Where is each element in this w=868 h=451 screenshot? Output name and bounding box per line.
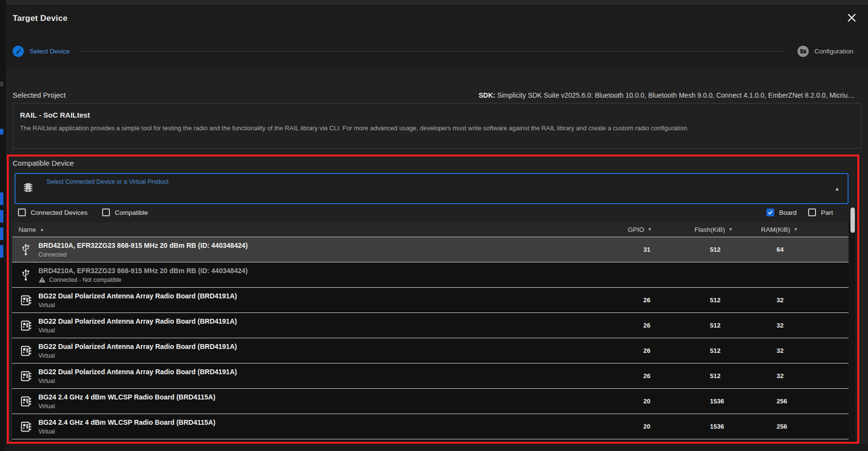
device-combobox[interactable]: Select Connected Device or a Virtual Pro… — [15, 173, 849, 204]
checkbox[interactable] — [766, 208, 774, 216]
device-status-text: Connected — [38, 251, 67, 258]
step-circle-active — [13, 46, 24, 57]
ram-value: 64 — [777, 246, 849, 253]
checkbox[interactable] — [808, 208, 816, 216]
filter-label: Part — [821, 209, 833, 216]
sort-desc-icon: ▼ — [728, 227, 733, 232]
filter-board[interactable]: Board — [766, 208, 797, 216]
device-name: BG24 2.4 GHz 4 dBm WLCSP Radio Board (BR… — [38, 418, 215, 426]
background-fragment — [0, 210, 3, 223]
ram-value: 256 — [777, 398, 849, 405]
background-app-sliver — [0, 0, 6, 451]
ram-value: 32 — [777, 296, 849, 304]
flash-value: 1536 — [710, 398, 777, 405]
board-icon — [15, 396, 36, 407]
device-name: BG22 Dual Polarized Antenna Array Radio … — [38, 368, 237, 376]
step-label: Select Device — [30, 48, 70, 55]
device-name: BRD4210A, EFR32ZG23 868-915 MHz 20 dBm R… — [38, 242, 248, 249]
table-row[interactable]: BRD4210A, EFR32ZG23 868-915 MHz 20 dBm R… — [12, 237, 849, 262]
usb-icon — [15, 243, 36, 256]
device-name-cell: BRD4210A, EFR32ZG23 868-915 MHz 20 dBm R… — [12, 242, 643, 258]
screen: Target Device Select Device — [0, 0, 868, 451]
device-status-text: Virtual — [38, 327, 55, 334]
table-row[interactable]: BG24 2.4 GHz 4 dBm WLCSP Radio Board (BR… — [12, 389, 849, 414]
flash-value: 1536 — [710, 423, 777, 430]
device-status-text: Virtual — [38, 378, 55, 384]
sort-desc-icon: ▼ — [648, 227, 652, 232]
step-select-device[interactable]: Select Device — [13, 46, 70, 57]
gpio-value: 26 — [643, 347, 710, 354]
column-header-ram[interactable]: RAM(KiB) ▼ — [761, 226, 849, 233]
compatible-device-label: Compatible Device — [13, 159, 74, 167]
board-icon — [15, 346, 36, 356]
sdk-value: Simplicity SDK Suite v2025.6.0: Bluetoot… — [497, 91, 854, 99]
selected-project-row: Selected Project SDK: Simplicity SDK Sui… — [13, 91, 854, 99]
board-icon — [15, 295, 36, 306]
board-icon — [15, 371, 36, 382]
device-table-body: BRD4210A, EFR32ZG23 868-915 MHz 20 dBm R… — [12, 237, 849, 442]
close-button[interactable] — [845, 11, 858, 24]
column-label: RAM(KiB) — [761, 226, 790, 233]
device-status: Virtual — [38, 378, 237, 384]
column-label: GPIO — [628, 226, 644, 233]
dialog-footer-gap — [6, 444, 868, 451]
table-header: Name ▲ GPIO ▼ Flash(KiB) ▼ RAM(KiB) — [12, 222, 849, 237]
sdk-info: SDK: Simplicity SDK Suite v2025.6.0: Blu… — [478, 91, 854, 99]
device-name: BG22 Dual Polarized Antenna Array Radio … — [38, 317, 237, 325]
gpio-value: 31 — [643, 246, 710, 253]
table-row[interactable]: BRD4210A, EFR32ZG23 868-915 MHz 20 dBm R… — [12, 262, 849, 288]
device-name-cell: BRD4210A, EFR32ZG23 868-915 MHz 20 dBm R… — [12, 267, 643, 283]
table-row[interactable]: BG22 Dual Polarized Antenna Array Radio … — [12, 288, 849, 313]
close-icon — [847, 13, 856, 22]
device-name: BG22 Dual Polarized Antenna Array Radio … — [38, 343, 237, 350]
filter-connected-devices[interactable]: Connected Devices — [18, 208, 88, 216]
device-status: Connected — [38, 251, 248, 258]
folder-plus-icon — [800, 49, 806, 54]
checkmark-icon — [767, 209, 773, 215]
device-status: Virtual — [38, 302, 237, 309]
device-status-text: Connected - Not compatible — [49, 277, 122, 283]
gpio-value: 26 — [643, 372, 710, 380]
filter-label: Compatible — [115, 209, 148, 216]
filter-part[interactable]: Part — [808, 208, 833, 216]
device-status-text: Virtual — [38, 428, 55, 435]
device-name: BG22 Dual Polarized Antenna Array Radio … — [38, 292, 237, 300]
dialog-header: Target Device — [6, 4, 868, 35]
device-status: Virtual — [38, 352, 237, 359]
step-configuration[interactable]: Configuration — [797, 46, 853, 57]
filter-bar: Connected Devices Compatible — [12, 206, 855, 222]
project-name: RAIL - SoC RAILtest — [20, 111, 861, 119]
chip-icon — [22, 182, 34, 195]
project-card: RAIL - SoC RAILtest The RAILtest applica… — [13, 103, 861, 149]
flash-value: 512 — [710, 296, 777, 304]
table-row[interactable]: BG22 Dual Polarized Antenna Array Radio … — [12, 364, 849, 389]
board-icon — [15, 320, 36, 331]
target-device-dialog: Target Device Select Device — [6, 4, 868, 451]
table-row[interactable]: BG22 Dual Polarized Antenna Array Radio … — [12, 313, 849, 338]
device-status-text: Virtual — [38, 352, 55, 359]
checkbox[interactable] — [102, 208, 110, 216]
combobox-placeholder: Select Connected Device or a Virtual Pro… — [47, 178, 169, 185]
device-name-cell: BG24 2.4 GHz 4 dBm WLCSP Radio Board (BR… — [12, 393, 643, 410]
filter-compatible[interactable]: Compatible — [102, 208, 148, 216]
column-label: Flash(KiB) — [694, 226, 725, 233]
column-header-name[interactable]: Name ▲ — [12, 226, 643, 233]
device-name-cell: BG24 2.4 GHz 4 dBm WLCSP Radio Board (BR… — [12, 418, 643, 435]
step-label: Configuration — [815, 48, 853, 55]
background-fragment — [0, 192, 3, 205]
collapse-caret-icon[interactable]: ▲ — [834, 186, 840, 191]
filter-label: Board — [779, 209, 797, 216]
checkbox[interactable] — [18, 208, 26, 216]
table-row[interactable]: BG22 Dual Polarized Antenna Array Radio … — [12, 338, 849, 364]
scrollbar-thumb[interactable] — [850, 208, 855, 233]
flash-value: 512 — [710, 322, 777, 329]
table-row[interactable]: BG24 2.4 GHz 4 dBm WLCSP Radio Board (BR… — [12, 414, 849, 439]
sort-asc-icon: ▲ — [40, 227, 44, 232]
gpio-value: 26 — [643, 296, 710, 304]
sdk-label: SDK: — [478, 91, 495, 99]
ram-value: 32 — [777, 372, 849, 380]
background-fragment — [0, 129, 3, 135]
device-name: BRD4210A, EFR32ZG23 868-915 MHz 20 dBm R… — [38, 267, 248, 275]
ram-value: 32 — [777, 322, 849, 329]
panel-scrollbar — [850, 206, 855, 442]
